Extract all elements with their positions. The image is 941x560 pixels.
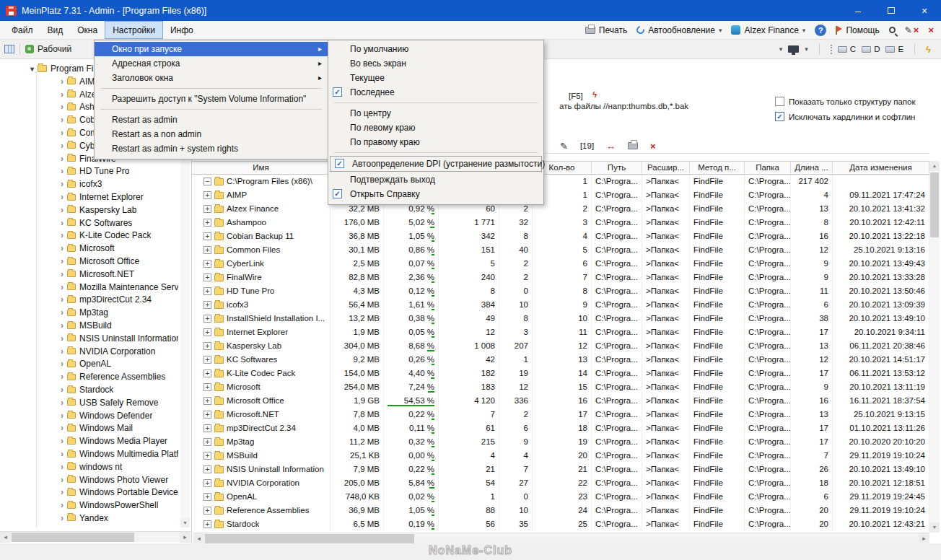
tree-item[interactable]: ›Yandex (61, 512, 178, 525)
chevron-right-icon[interactable]: › (61, 359, 64, 369)
table-row[interactable]: +NSIS Uninstall Information7,9 MB0,22 %2… (192, 463, 929, 476)
table-row[interactable]: +OpenAL748,0 KB0,02 %1023C:\Progra...>Па… (192, 490, 929, 504)
expand-icon[interactable]: + (203, 301, 211, 309)
minimize-button[interactable]: – (841, 0, 875, 21)
expand-icon[interactable]: + (203, 383, 211, 391)
tree-item[interactable]: ›Microsoft Office (61, 255, 178, 268)
expand-icon[interactable]: + (203, 342, 211, 350)
chevron-right-icon[interactable]: › (61, 256, 64, 266)
table-row[interactable]: +KC Softwares9,2 MB0,26 %42113C:\Progra.… (192, 353, 929, 367)
menubar-item[interactable]: Файл (4, 21, 40, 39)
submenu-item[interactable]: По центру (328, 106, 543, 121)
expand-icon[interactable]: + (203, 465, 211, 473)
chevron-right-icon[interactable]: › (61, 411, 64, 421)
exclude-hardlinks-checkbox[interactable]: ✓ Исключать хардлинки и софтлин (775, 112, 915, 121)
table-horizontal-scrollbar[interactable]: ◂ ▸ (193, 533, 929, 543)
column-header[interactable]: Дата изменения (833, 162, 929, 174)
menu-item[interactable]: Restart as a non admin (95, 127, 328, 141)
menubar-item[interactable]: Инфо (163, 21, 201, 39)
table-row[interactable]: +FinalWire82,8 MB2,36 %24027C:\Progra...… (192, 271, 929, 284)
chevron-right-icon[interactable]: › (61, 423, 64, 433)
chevron-right-icon[interactable]: › (61, 372, 64, 382)
table-row[interactable]: +K-Lite Codec Pack154,0 MB4,40 %1821914C… (192, 367, 929, 380)
table-row[interactable]: +MSBuild25,1 KB0,00 %4420C:\Progra...>Па… (192, 449, 929, 463)
tree-item[interactable]: ›NVIDIA Corporation (61, 345, 178, 358)
scroll-up-icon[interactable]: ▴ (929, 161, 940, 171)
table-row[interactable]: +Common Files30,1 MB0,86 %151405C:\Progr… (192, 243, 929, 257)
expand-icon[interactable]: + (203, 424, 211, 432)
tree-item[interactable]: ›windows nt (61, 460, 178, 473)
chevron-right-icon[interactable]: › (61, 320, 64, 331)
table-row[interactable]: +Reference Assemblies36,9 MB1,05 %881024… (192, 504, 929, 517)
expand-icon[interactable]: + (203, 232, 211, 240)
swap-columns-icon[interactable]: ↔ (606, 141, 616, 152)
expand-icon[interactable]: + (203, 287, 211, 295)
menu-item[interactable]: Окно при запуске▸ (95, 42, 328, 56)
expand-icon[interactable]: + (203, 369, 211, 377)
expand-icon[interactable]: + (203, 191, 211, 199)
submenu-item[interactable]: ✓Автоопределение DPI (устранение размыто… (330, 156, 542, 172)
menubar-item[interactable]: Настройки (105, 21, 163, 39)
tree-item[interactable]: ›Kaspersky Lab (61, 204, 178, 216)
submenu-item[interactable]: Текущее (328, 71, 543, 85)
chevron-right-icon[interactable]: › (61, 128, 64, 138)
alzex-finance-button[interactable]: Alzex Finance ▾ (731, 25, 805, 35)
show-structure-checkbox[interactable]: Показать только структуру папок (775, 97, 916, 106)
menu-item[interactable]: Restart as admin (95, 113, 328, 127)
tree-item[interactable]: ›Windows Portable Devices (61, 486, 178, 499)
scroll-right-icon[interactable]: ▸ (919, 533, 929, 543)
submenu-item[interactable]: По правому краю (328, 135, 543, 149)
scrollbar-thumb[interactable] (12, 533, 134, 542)
submenu-item[interactable]: ✓Открыть Справку (328, 187, 543, 201)
expand-icon[interactable]: − (203, 178, 211, 185)
chevron-right-icon[interactable]: › (61, 154, 64, 164)
table-row[interactable]: −C:\Program Files (x86)\1C:\Progra...>Па… (192, 175, 929, 188)
chevron-right-icon[interactable]: › (61, 76, 64, 87)
workspace-tab[interactable]: Рабочий (38, 44, 71, 54)
table-row[interactable]: +InstallShield Installation I...13,2 MB0… (192, 312, 929, 325)
table-row[interactable]: +Microsoft254,0 MB7,24 %1831215C:\Progra… (192, 380, 929, 394)
chevron-right-icon[interactable]: › (61, 282, 64, 292)
expand-icon[interactable]: + (203, 328, 211, 336)
table-row[interactable]: +mp3DirectCut 2.344,0 MB0,11 %61618C:\Pr… (192, 421, 929, 435)
tree-item[interactable]: ›mp3DirectCut 2.34 (61, 294, 178, 307)
close-search-icon[interactable]: × (928, 25, 934, 35)
expand-icon[interactable]: + (203, 246, 211, 254)
tree-item[interactable]: ›Windows Mail (61, 422, 178, 435)
table-row[interactable]: +Mp3tag11,2 MB0,32 %215919C:\Progra...>П… (192, 435, 929, 449)
help-button[interactable]: Помощь (836, 25, 879, 35)
chevron-right-icon[interactable]: › (61, 307, 64, 318)
menubar-item[interactable]: Окна (70, 21, 105, 39)
expand-icon[interactable]: + (203, 411, 211, 419)
chevron-right-icon[interactable]: › (61, 205, 64, 215)
chevron-right-icon[interactable]: › (61, 89, 64, 100)
table-row[interactable]: +NVIDIA Corporation205,0 MB5,84 %542722C… (192, 476, 929, 490)
scroll-down-icon[interactable]: ▾ (929, 522, 940, 533)
tree-item[interactable]: ›Windows Multimedia Platfo (61, 447, 178, 460)
chevron-right-icon[interactable]: › (61, 230, 64, 240)
submenu-item[interactable]: Во весь экран (328, 56, 543, 71)
table-row[interactable]: +Ashampoo176,0 MB5,02 %1 771323C:\Progra… (192, 216, 929, 229)
expand-icon[interactable]: + (203, 356, 211, 364)
chevron-right-icon[interactable]: › (61, 269, 64, 279)
chevron-down-icon[interactable]: ▾ (805, 45, 808, 53)
tree-item[interactable]: ›Microsoft.NET (61, 268, 178, 281)
submenu-item[interactable]: По умолчанию (328, 42, 543, 56)
tree-item[interactable]: ›Internet Explorer (61, 191, 178, 204)
monitor-icon[interactable] (788, 45, 799, 53)
maximize-button[interactable] (875, 0, 908, 21)
tree-item[interactable]: ›NSIS Uninstall Information (61, 332, 178, 345)
tree-item[interactable]: ›Reference Assemblies (61, 370, 178, 383)
table-row[interactable]: +HD Tune Pro4,3 MB0,12 %808C:\Progra...>… (192, 284, 929, 298)
chevron-right-icon[interactable]: › (61, 192, 64, 202)
tree-item[interactable]: ›Mozilla Maintenance Servic (61, 281, 178, 294)
expand-icon[interactable]: + (203, 452, 211, 460)
close-button[interactable]: × (908, 0, 941, 21)
scroll-down-icon[interactable]: ▾ (180, 518, 190, 528)
menu-item[interactable]: Адресная строка▸ (95, 56, 328, 71)
drag-handle-icon[interactable] (831, 45, 832, 54)
printer-icon[interactable] (628, 142, 638, 149)
scrollbar-thumb[interactable] (930, 172, 939, 237)
menu-item[interactable]: Restart as admin + system rights (95, 141, 328, 156)
column-header[interactable]: Длина ... (791, 162, 833, 174)
